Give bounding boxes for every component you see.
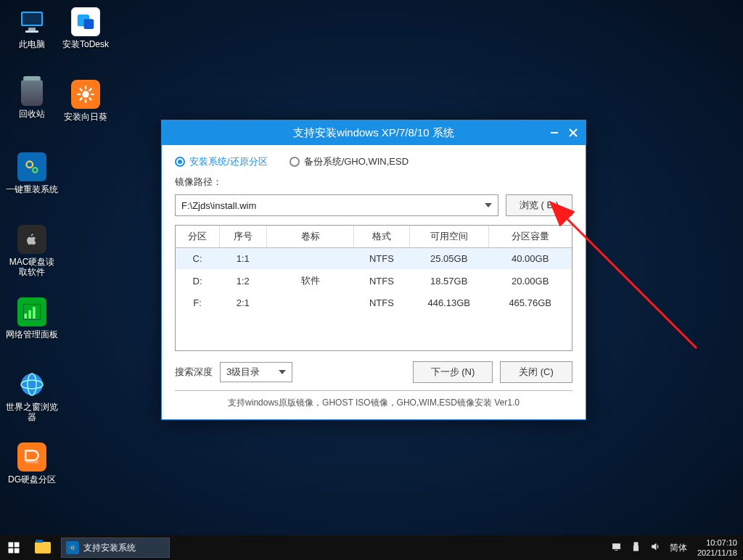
- titlebar[interactable]: 支持安装windows XP/7/8/10 系统: [162, 120, 586, 145]
- svg-rect-32: [15, 548, 20, 553]
- minimize-button[interactable]: [545, 123, 564, 142]
- table-row[interactable]: C:1:1NTFS25.05GB40.00GB: [176, 248, 572, 270]
- svg-rect-2: [28, 28, 36, 30]
- svg-point-16: [82, 91, 89, 97]
- clock-date: 2021/11/18: [697, 548, 737, 558]
- gear-icon: [66, 541, 79, 554]
- disk-icon: [17, 442, 46, 472]
- svg-rect-35: [612, 544, 620, 549]
- partition-table: 分区 序号 卷标 格式 可用空间 分区容量 C:1:1NTFS25.05GB40…: [175, 225, 572, 351]
- cell-cap: 20.00GB: [488, 269, 572, 292]
- apple-icon: [17, 225, 46, 254]
- svg-rect-13: [25, 460, 38, 463]
- cell-fmt: NTFS: [354, 269, 409, 292]
- desktop-icon-dg-partition[interactable]: DG硬盘分区: [6, 442, 58, 485]
- close-dialog-button[interactable]: 关闭 (C): [500, 361, 572, 383]
- cell-idx: 2:1: [219, 292, 267, 313]
- cell-idx: 1:1: [219, 248, 267, 270]
- start-button[interactable]: [0, 535, 28, 560]
- ime-indicator[interactable]: 简体: [670, 542, 687, 554]
- col-volume: 卷标: [267, 226, 354, 248]
- volume-tray-icon[interactable]: [650, 541, 661, 554]
- monitor-icon: [17, 7, 46, 36]
- desktop-icon-label: 安装向日葵: [59, 112, 112, 122]
- taskbar-task-label: 支持安装系统: [83, 542, 136, 554]
- taskbar-clock[interactable]: 10:07:10 2021/11/18: [691, 538, 743, 558]
- globe-icon: [17, 370, 46, 399]
- col-free: 可用空间: [409, 226, 488, 248]
- radio-backup[interactable]: 备份系统/GHO,WIN,ESD: [290, 155, 409, 168]
- next-button-label: 下一步 (N): [431, 366, 475, 379]
- image-path-combo[interactable]: F:\Zjds\install.wim: [175, 194, 498, 216]
- taskbar-task-installer[interactable]: 支持安装系统: [61, 538, 170, 558]
- cell-vol: [267, 248, 354, 270]
- col-partition: 分区: [176, 226, 219, 248]
- svg-rect-6: [25, 313, 28, 318]
- cell-part: C:: [176, 248, 219, 270]
- svg-point-10: [21, 374, 43, 395]
- svg-rect-38: [633, 546, 638, 551]
- svg-rect-30: [15, 543, 20, 548]
- desktop-icon-sunflower[interactable]: 安装向日葵: [59, 80, 112, 122]
- close-button[interactable]: [564, 123, 583, 142]
- desktop-icon-todesk[interactable]: 安装ToDesk: [59, 7, 112, 49]
- installer-window: 支持安装windows XP/7/8/10 系统 安装系统/还原分区 备份系统/…: [161, 120, 586, 420]
- taskbar: 支持安装系统 简体 10:07:10 2021/11/18: [0, 535, 743, 560]
- desktop-icon-label: 网络管理面板: [6, 329, 58, 339]
- sunflower-icon: [71, 80, 100, 109]
- desktop-icon-mac-disk-reader[interactable]: MAC硬盘读取软件: [6, 225, 58, 277]
- desktop-icon-reinstall-system[interactable]: 一键重装系统: [6, 152, 58, 194]
- search-depth-label: 搜索深度: [175, 366, 213, 379]
- image-path-value: F:\Zjds\install.wim: [181, 200, 256, 211]
- network-tray-icon[interactable]: [611, 541, 622, 554]
- desktop-icon-recycle-bin[interactable]: 回收站: [6, 80, 58, 119]
- network-icon: [17, 297, 46, 326]
- browse-button-label: 浏览 ( B ): [520, 199, 559, 212]
- svg-rect-15: [84, 19, 94, 29]
- search-depth-select[interactable]: 3级目录: [220, 362, 292, 382]
- cell-fmt: NTFS: [354, 292, 409, 313]
- svg-line-22: [89, 98, 92, 101]
- search-depth-value: 3级目录: [226, 366, 260, 379]
- desktop-icon-label: DG硬盘分区: [6, 474, 58, 485]
- svg-point-4: [26, 161, 33, 168]
- svg-rect-29: [9, 543, 14, 548]
- radio-label: 安装系统/还原分区: [189, 155, 268, 168]
- todesk-icon: [71, 7, 100, 36]
- svg-rect-3: [25, 30, 38, 33]
- desktop-icon-world-browser[interactable]: 世界之窗浏览器: [6, 370, 58, 422]
- clock-time: 10:07:10: [697, 538, 737, 548]
- col-index: 序号: [219, 226, 267, 248]
- table-row[interactable]: F:2:1NTFS446.13GB465.76GB: [176, 292, 572, 313]
- svg-point-5: [33, 168, 38, 173]
- cell-cap: 40.00GB: [488, 248, 572, 270]
- svg-rect-37: [634, 543, 638, 546]
- desktop-icon-label: 安装ToDesk: [59, 39, 112, 49]
- desktop-icon-this-pc[interactable]: 此电脑: [6, 7, 58, 49]
- desktop-icon-label: 回收站: [6, 109, 58, 119]
- table-row[interactable]: D:1:2软件NTFS18.57GB20.00GB: [176, 269, 572, 292]
- cell-fmt: NTFS: [354, 248, 409, 270]
- desktop-icon-label: MAC硬盘读取软件: [6, 257, 58, 277]
- browse-button[interactable]: 浏览 ( B ): [506, 194, 572, 216]
- close-dialog-label: 关闭 (C): [519, 366, 554, 379]
- svg-rect-7: [28, 310, 31, 319]
- cell-free: 446.13GB: [409, 292, 488, 313]
- cell-part: F:: [176, 292, 219, 313]
- usb-tray-icon[interactable]: [631, 541, 641, 554]
- radio-install-restore[interactable]: 安装系统/还原分区: [175, 155, 268, 168]
- trash-icon: [21, 80, 43, 106]
- col-capacity: 分区容量: [488, 226, 572, 248]
- next-button[interactable]: 下一步 (N): [413, 361, 493, 383]
- desktop-icon-network-panel[interactable]: 网络管理面板: [6, 297, 58, 339]
- folder-icon: [35, 542, 51, 553]
- file-explorer-button[interactable]: [28, 535, 58, 560]
- svg-point-33: [71, 546, 74, 549]
- cell-free: 25.05GB: [409, 248, 488, 270]
- gears-icon: [17, 152, 46, 181]
- desktop-icon-label: 此电脑: [6, 39, 58, 49]
- chevron-down-icon: [485, 203, 492, 207]
- radio-icon: [175, 157, 185, 167]
- window-title: 支持安装windows XP/7/8/10 系统: [293, 126, 454, 140]
- svg-point-34: [70, 545, 76, 551]
